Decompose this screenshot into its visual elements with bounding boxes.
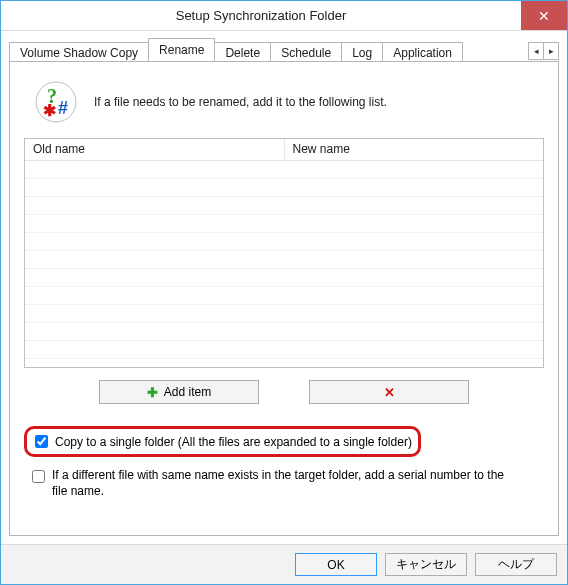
list-row[interactable] — [25, 269, 543, 287]
dialog-footer: OK キャンセル ヘルプ — [1, 544, 567, 584]
col-old-name[interactable]: Old name — [25, 139, 285, 160]
tab-page-rename: ? ✱ # If a file needs to be renamed, add… — [9, 61, 559, 536]
list-row[interactable] — [25, 251, 543, 269]
single-folder-label[interactable]: Copy to a single folder (All the files a… — [55, 435, 412, 449]
list-row[interactable] — [25, 287, 543, 305]
x-icon: ✕ — [384, 385, 395, 400]
plus-icon: ✚ — [147, 385, 158, 400]
list-row[interactable] — [25, 305, 543, 323]
rename-list[interactable]: Old name New name — [24, 138, 544, 368]
list-buttons: ✚ Add item ✕ — [24, 368, 544, 412]
single-folder-checkbox[interactable] — [35, 435, 48, 448]
tab-log[interactable]: Log — [341, 42, 383, 62]
svg-text:#: # — [58, 98, 68, 118]
chevron-left-icon: ◂ — [534, 46, 539, 56]
titlebar: Setup Synchronization Folder ✕ — [1, 1, 567, 31]
help-button[interactable]: ヘルプ — [475, 553, 557, 576]
list-row[interactable] — [25, 179, 543, 197]
close-icon: ✕ — [538, 8, 550, 24]
serial-number-checkbox[interactable] — [32, 470, 45, 483]
rename-icon: ? ✱ # — [34, 80, 78, 124]
serial-number-label[interactable]: If a different file with same name exist… — [52, 467, 512, 499]
tab-delete[interactable]: Delete — [214, 42, 271, 62]
serial-option: If a different file with same name exist… — [24, 467, 544, 499]
cancel-button[interactable]: キャンセル — [385, 553, 467, 576]
list-row[interactable] — [25, 323, 543, 341]
tab-rename[interactable]: Rename — [148, 38, 215, 61]
list-row[interactable] — [25, 233, 543, 251]
list-row[interactable] — [25, 197, 543, 215]
tab-scroll-nav: ◂ ▸ — [529, 41, 559, 61]
list-body[interactable] — [25, 161, 543, 367]
chevron-right-icon: ▸ — [549, 46, 554, 56]
list-row[interactable] — [25, 215, 543, 233]
tab-scroll-left[interactable]: ◂ — [528, 42, 544, 60]
intro-text: If a file needs to be renamed, add it to… — [94, 95, 387, 109]
close-button[interactable]: ✕ — [521, 1, 567, 30]
window-title: Setup Synchronization Folder — [1, 1, 521, 30]
col-new-name[interactable]: New name — [285, 139, 544, 160]
add-item-button[interactable]: ✚ Add item — [99, 380, 259, 404]
intro-row: ? ✱ # If a file needs to be renamed, add… — [24, 76, 544, 138]
tab-scroll-right[interactable]: ▸ — [543, 42, 559, 60]
ok-button[interactable]: OK — [295, 553, 377, 576]
tab-volume-shadow-copy[interactable]: Volume Shadow Copy — [9, 42, 149, 62]
list-row[interactable] — [25, 341, 543, 359]
highlighted-option: Copy to a single folder (All the files a… — [24, 426, 421, 457]
client-area: Volume Shadow Copy Rename Delete Schedul… — [1, 31, 567, 544]
tab-schedule[interactable]: Schedule — [270, 42, 342, 62]
tabstrip: Volume Shadow Copy Rename Delete Schedul… — [9, 37, 559, 61]
tab-application[interactable]: Application — [382, 42, 463, 62]
list-row[interactable] — [25, 161, 543, 179]
list-header: Old name New name — [25, 139, 543, 161]
remove-item-button[interactable]: ✕ — [309, 380, 469, 404]
svg-text:✱: ✱ — [43, 102, 56, 119]
dialog-window: Setup Synchronization Folder ✕ Volume Sh… — [0, 0, 568, 585]
add-item-label: Add item — [164, 385, 211, 399]
